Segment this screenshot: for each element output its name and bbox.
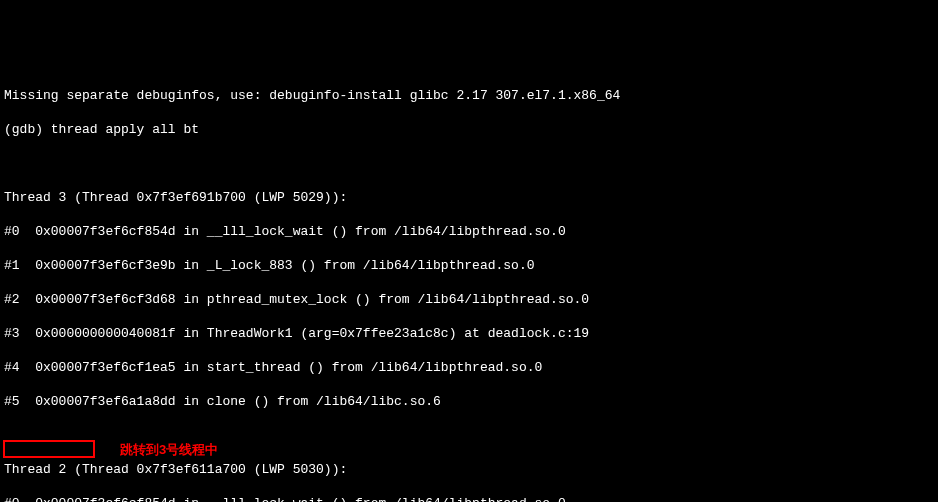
thread3-frame: #0 0x00007f3ef6cf854d in __lll_lock_wait…: [4, 223, 934, 240]
thread3-frame: #2 0x00007f3ef6cf3d68 in pthread_mutex_l…: [4, 291, 934, 308]
thread3-frame: #3 0x000000000040081f in ThreadWork1 (ar…: [4, 325, 934, 342]
annotation-text: 跳转到3号线程中: [120, 441, 218, 458]
blank-line: [4, 155, 934, 172]
thread3-header: Thread 3 (Thread 0x7f3ef691b700 (LWP 502…: [4, 189, 934, 206]
thread3-frame: #4 0x00007f3ef6cf1ea5 in start_thread ()…: [4, 359, 934, 376]
thread2-header: Thread 2 (Thread 0x7f3ef611a700 (LWP 503…: [4, 461, 934, 478]
partial-prev-line: Missing separate debuginfos, use: debugi…: [4, 87, 934, 104]
thread3-frame: #1 0x00007f3ef6cf3e9b in _L_lock_883 () …: [4, 257, 934, 274]
terminal-output[interactable]: Missing separate debuginfos, use: debugi…: [4, 70, 934, 502]
gdb-prompt-cmd1: (gdb) thread apply all bt: [4, 121, 934, 138]
thread2-frame: #0 0x00007f3ef6cf854d in __lll_lock_wait…: [4, 495, 934, 502]
thread3-frame: #5 0x00007f3ef6a1a8dd in clone () from /…: [4, 393, 934, 410]
